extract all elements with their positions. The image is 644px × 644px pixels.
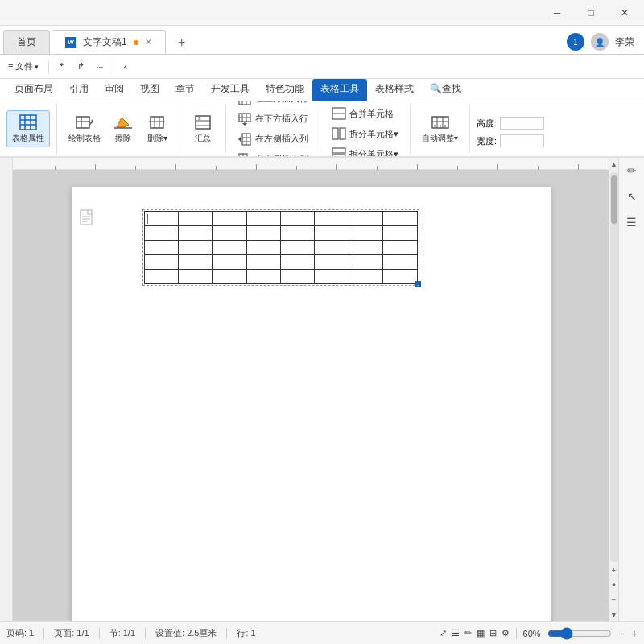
split-cells-button[interactable]: 拆分单元格▾ bbox=[327, 125, 403, 142]
table-cell[interactable] bbox=[213, 241, 246, 255]
auto-adjust-button[interactable]: 自动调整▾ bbox=[417, 111, 463, 147]
table-cell[interactable] bbox=[246, 212, 280, 226]
zoom-plus[interactable]: + bbox=[631, 627, 638, 640]
table-resize-handle[interactable] bbox=[415, 281, 421, 287]
table-cell[interactable] bbox=[383, 226, 417, 241]
document-table[interactable] bbox=[144, 211, 418, 284]
table-cell[interactable] bbox=[349, 226, 382, 241]
scroll-zoom-out[interactable]: − bbox=[609, 592, 619, 605]
table-cell[interactable] bbox=[246, 226, 280, 241]
scroll-up-button[interactable]: ▲ bbox=[609, 158, 619, 171]
zoom-slider[interactable] bbox=[547, 627, 612, 640]
vertical-scrollbar[interactable]: ▲ + ● − ▼ bbox=[609, 158, 618, 621]
toolbar-undo[interactable]: ↰ bbox=[54, 60, 71, 73]
table-cell[interactable] bbox=[349, 212, 382, 226]
insert-below-button[interactable]: 在下方插入行 bbox=[233, 110, 313, 128]
table-cell[interactable] bbox=[178, 212, 212, 226]
ribbon-tab-devtools[interactable]: 开发工具 bbox=[203, 79, 258, 101]
toolbar-redo[interactable]: ↱ bbox=[72, 60, 89, 73]
table-cell[interactable] bbox=[246, 255, 280, 270]
table-cell[interactable] bbox=[281, 212, 315, 226]
ribbon-tab-special[interactable]: 特色功能 bbox=[258, 79, 312, 101]
table-cell[interactable] bbox=[315, 226, 349, 241]
table-attr-button[interactable]: 表格属性 bbox=[6, 110, 50, 147]
table-cell[interactable] bbox=[383, 255, 417, 270]
table-cell[interactable] bbox=[213, 212, 246, 226]
toolbar-more[interactable]: ··· bbox=[91, 60, 108, 73]
ribbon-tab-layout[interactable]: 页面布局 bbox=[6, 79, 61, 101]
table-cell[interactable] bbox=[178, 241, 212, 255]
zoom-minus[interactable]: − bbox=[618, 627, 625, 640]
merge-cells-button[interactable]: 合并单元格 bbox=[327, 105, 403, 122]
table-cell[interactable] bbox=[178, 226, 212, 241]
scroll-zoom-in[interactable]: + bbox=[609, 564, 619, 576]
tab-doc1[interactable]: W 文字文稿1 ✕ bbox=[52, 30, 166, 54]
status-icon-view2[interactable]: ▦ bbox=[477, 628, 485, 638]
document-page[interactable] bbox=[72, 187, 551, 621]
table-cell[interactable] bbox=[315, 270, 349, 284]
summary-button[interactable]: Σ 汇总 bbox=[187, 111, 219, 147]
table-cell[interactable] bbox=[383, 212, 417, 226]
table-cell[interactable] bbox=[281, 270, 315, 284]
table-cell[interactable] bbox=[246, 241, 280, 255]
table-cell[interactable] bbox=[281, 226, 315, 241]
draw-table-button[interactable]: 绘制表格 bbox=[64, 111, 105, 147]
tab-home[interactable]: 首页 bbox=[3, 30, 50, 54]
table-cell[interactable] bbox=[315, 212, 349, 226]
ribbon-tab-ref[interactable]: 引用 bbox=[61, 79, 97, 101]
status-icon-settings[interactable]: ⚙ bbox=[502, 628, 510, 638]
split-table-button[interactable]: 拆分单元格▾ bbox=[327, 145, 403, 158]
width-input[interactable] bbox=[500, 134, 544, 147]
erase-button[interactable]: 擦除 bbox=[107, 111, 139, 147]
table-cell[interactable] bbox=[315, 255, 349, 270]
status-icon-view3[interactable]: ⊞ bbox=[489, 628, 497, 638]
scroll-center[interactable]: ● bbox=[609, 578, 619, 591]
close-button[interactable]: ✕ bbox=[609, 2, 641, 24]
maximize-button[interactable]: □ bbox=[575, 2, 607, 24]
document-area[interactable] bbox=[13, 158, 609, 621]
tab-close-icon[interactable]: ✕ bbox=[145, 37, 152, 47]
ribbon-tab-view[interactable]: 视图 bbox=[132, 79, 167, 101]
table-cell[interactable] bbox=[213, 226, 246, 241]
height-input[interactable] bbox=[500, 117, 544, 130]
insert-above-button[interactable]: 在上方插入行 bbox=[233, 101, 313, 108]
table-cell[interactable] bbox=[281, 255, 315, 270]
ribbon-tab-table-tools[interactable]: 表格工具 bbox=[312, 79, 367, 101]
insert-right-button[interactable]: 在右侧插入列 bbox=[233, 151, 313, 159]
status-icon-expand[interactable]: ⤢ bbox=[440, 628, 447, 638]
menu-file[interactable]: ≡ 文件 ▾ bbox=[3, 59, 43, 74]
table-cell[interactable] bbox=[383, 241, 417, 255]
table-cell[interactable] bbox=[213, 270, 246, 284]
scroll-track[interactable] bbox=[610, 172, 618, 562]
table-cell[interactable] bbox=[144, 270, 178, 284]
menu-tool-button[interactable]: ☰ bbox=[622, 213, 642, 232]
toolbar-arrow-left[interactable]: ‹ bbox=[119, 59, 132, 74]
table-cell[interactable] bbox=[213, 255, 246, 270]
table-cell[interactable] bbox=[349, 255, 382, 270]
ribbon-tab-find[interactable]: 🔍查找 bbox=[422, 79, 469, 101]
table-cell[interactable] bbox=[349, 241, 382, 255]
table-cell[interactable] bbox=[144, 241, 178, 255]
ribbon-tab-chapter[interactable]: 章节 bbox=[167, 79, 203, 101]
ribbon-tab-table-style[interactable]: 表格样式 bbox=[367, 79, 422, 101]
pen-tool-button[interactable]: ✏ bbox=[622, 161, 642, 180]
page-container[interactable] bbox=[13, 171, 609, 621]
cursor-tool-button[interactable]: ↖ bbox=[622, 187, 642, 206]
table-cell[interactable] bbox=[178, 255, 212, 270]
table-cell[interactable] bbox=[383, 270, 417, 284]
table-cell[interactable] bbox=[144, 226, 178, 241]
status-icon-edit[interactable]: ✏ bbox=[464, 628, 472, 638]
table-cell[interactable] bbox=[246, 270, 280, 284]
table-cell[interactable] bbox=[315, 241, 349, 255]
scroll-thumb[interactable] bbox=[611, 175, 617, 224]
ribbon-tab-review[interactable]: 审阅 bbox=[97, 79, 132, 101]
new-tab-button[interactable]: + bbox=[171, 31, 193, 54]
table-cell[interactable] bbox=[144, 212, 178, 226]
delete-button[interactable]: 删除▾ bbox=[141, 111, 173, 147]
table-cell[interactable] bbox=[144, 255, 178, 270]
status-icon-view1[interactable]: ☰ bbox=[452, 628, 460, 638]
minimize-button[interactable]: ─ bbox=[541, 2, 573, 24]
table-cell[interactable] bbox=[281, 241, 315, 255]
insert-left-button[interactable]: 在左侧插入列 bbox=[233, 130, 313, 148]
table-cell[interactable] bbox=[349, 270, 382, 284]
